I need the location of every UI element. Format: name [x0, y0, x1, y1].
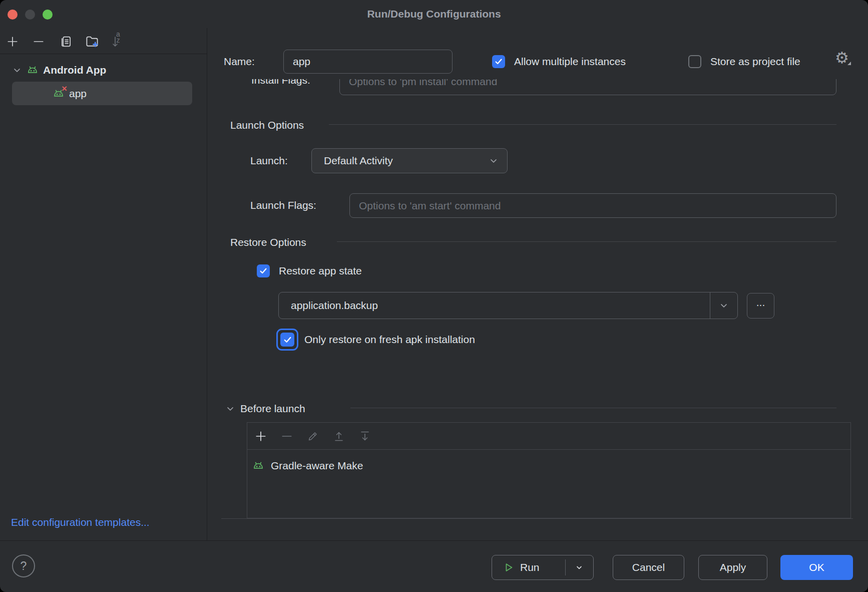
chevron-down-icon[interactable]: [710, 292, 737, 319]
launch-label: Launch:: [250, 153, 288, 168]
remove-configuration-icon[interactable]: [31, 33, 46, 50]
launch-flags-placeholder: Options to 'am start' command: [359, 200, 501, 212]
launch-dropdown[interactable]: Default Activity: [311, 148, 508, 173]
ok-button[interactable]: OK: [780, 555, 853, 580]
run-button[interactable]: Run: [492, 555, 594, 580]
add-task-icon[interactable]: [252, 428, 269, 445]
copy-configuration-icon[interactable]: [58, 33, 74, 50]
move-task-down-icon[interactable]: [356, 428, 373, 445]
play-icon: [503, 562, 514, 573]
backup-file-combobox[interactable]: application.backup: [278, 292, 738, 319]
new-folder-icon[interactable]: [83, 33, 101, 50]
launch-options-separator: [329, 124, 836, 125]
sidebar-toolbar-separator: [0, 54, 207, 54]
store-as-project-file-checkbox[interactable]: [688, 55, 701, 68]
before-launch-toolbar: [247, 423, 850, 450]
tree-group-label: Android App: [43, 64, 106, 76]
install-flags-placeholder: Options to 'pm install' command: [349, 79, 497, 88]
sidebar-divider: [207, 28, 207, 540]
launch-options-section-title: Launch Options: [230, 118, 304, 133]
install-flags-label: Install Flags:: [251, 79, 310, 88]
run-debug-configurations-dialog: Run/Debug Configurations az: [0, 0, 868, 592]
minimize-window-button[interactable]: [25, 10, 35, 20]
tree-item-app-selected[interactable]: × app: [12, 82, 192, 105]
store-as-project-file-label[interactable]: Store as project file: [710, 54, 800, 69]
tree-item-label: app: [69, 88, 87, 100]
cancel-button[interactable]: Cancel: [613, 555, 684, 580]
launch-dropdown-value: Default Activity: [312, 155, 480, 167]
help-button[interactable]: ?: [12, 554, 35, 577]
scroll-clip-region: Install Flags: ​Options to 'pm install' …: [207, 79, 868, 99]
move-task-up-icon[interactable]: [330, 428, 347, 445]
launch-flags-label: Launch Flags:: [250, 198, 316, 213]
footer-divider: [0, 540, 868, 541]
chevron-down-icon: [480, 149, 507, 173]
only-restore-fresh-label[interactable]: Only restore on fresh apk installation: [304, 332, 475, 347]
chevron-down-icon: [575, 563, 583, 571]
install-flags-input[interactable]: ​Options to 'pm install' command: [339, 79, 836, 95]
before-launch-task-row[interactable]: Gradle-aware Make: [252, 455, 363, 477]
close-window-button[interactable]: [8, 10, 18, 20]
content-bottom-separator: [221, 518, 853, 519]
remove-task-icon[interactable]: [278, 428, 295, 445]
android-icon: [252, 459, 265, 472]
android-error-icon: ×: [52, 87, 65, 100]
run-options-chevron[interactable]: [565, 555, 593, 579]
before-launch-collapse-icon[interactable]: [225, 404, 235, 414]
before-launch-separator: [350, 408, 836, 408]
launch-flags-input[interactable]: Options to 'am start' command: [349, 193, 836, 218]
restore-options-separator: [337, 241, 836, 242]
allow-multiple-instances-label[interactable]: Allow multiple instances: [514, 54, 626, 69]
tree-group-android-app[interactable]: Android App: [12, 62, 106, 78]
chevron-down-icon: [12, 65, 22, 75]
edit-task-icon[interactable]: [304, 428, 321, 445]
dialog-title: Run/Debug Configurations: [0, 0, 868, 28]
gear-icon[interactable]: ⚙: [832, 48, 852, 68]
browse-button[interactable]: ...: [747, 293, 774, 319]
before-launch-panel: Gradle-aware Make: [247, 422, 851, 518]
task-label: Gradle-aware Make: [271, 460, 363, 472]
only-restore-fresh-checkbox[interactable]: [276, 329, 298, 351]
sort-configurations-icon[interactable]: az: [108, 33, 126, 50]
name-value: app: [293, 56, 310, 68]
zoom-window-button[interactable]: [43, 10, 53, 20]
allow-multiple-instances-checkbox[interactable]: [492, 55, 505, 68]
name-label: Name:: [224, 54, 255, 69]
apply-button[interactable]: Apply: [698, 555, 767, 580]
add-configuration-icon[interactable]: [5, 33, 20, 50]
error-x-icon: ×: [62, 84, 67, 93]
restore-options-section-title: Restore Options: [230, 235, 306, 250]
android-icon: [26, 64, 39, 77]
name-input[interactable]: app: [283, 50, 453, 74]
before-launch-section-title: Before launch: [240, 401, 305, 416]
restore-app-state-label[interactable]: Restore app state: [279, 263, 362, 278]
edit-configuration-templates-link[interactable]: Edit configuration templates...: [11, 515, 150, 530]
title-bar: Run/Debug Configurations: [0, 0, 868, 28]
restore-app-state-checkbox[interactable]: [257, 264, 270, 277]
run-button-label: Run: [520, 561, 540, 573]
backup-file-value: application.backup: [279, 300, 710, 312]
